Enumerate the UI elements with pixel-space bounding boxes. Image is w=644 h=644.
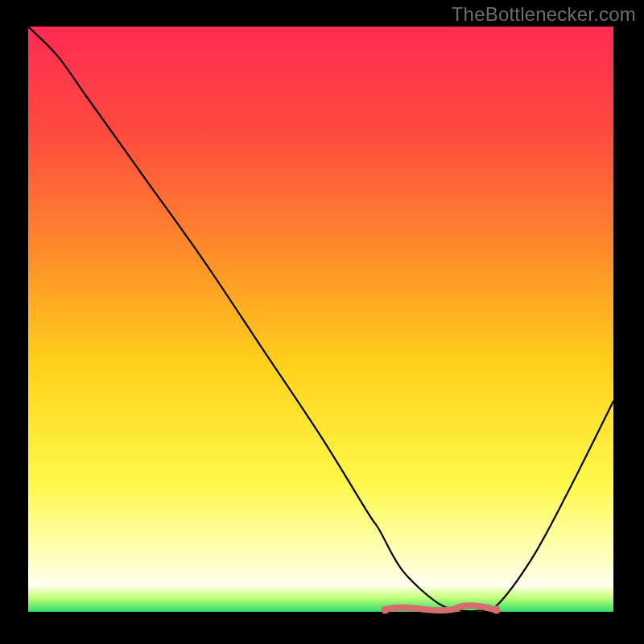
bottleneck-chart <box>0 0 644 644</box>
svg-point-1 <box>493 606 501 614</box>
watermark-text: TheBottlenecker.com <box>452 3 636 26</box>
plot-background <box>28 27 613 612</box>
chart-frame: TheBottlenecker.com <box>0 0 644 644</box>
svg-point-0 <box>382 606 390 614</box>
